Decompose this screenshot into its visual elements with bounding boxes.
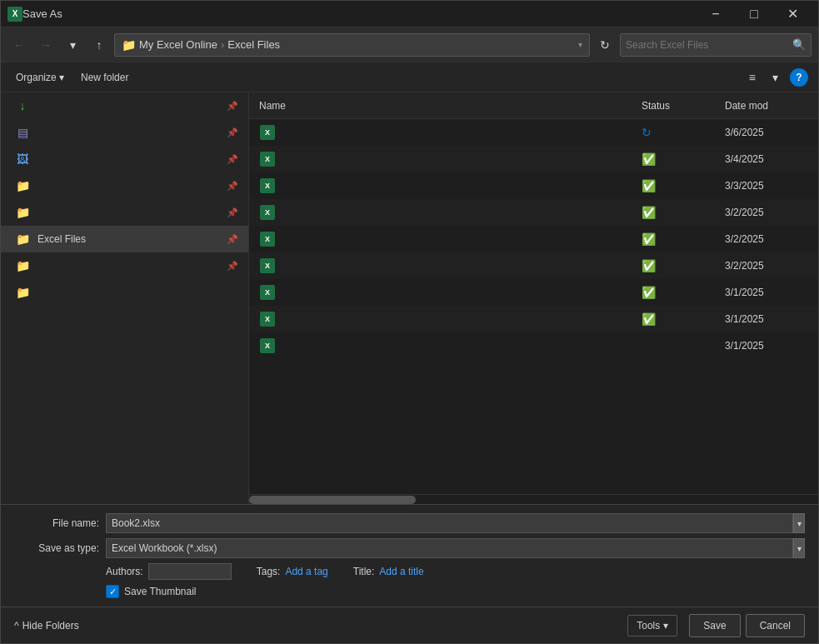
- refresh-button[interactable]: ↻: [593, 33, 617, 57]
- col-date-header[interactable]: Date mod: [725, 100, 808, 112]
- meta-row: Authors: Tags: Add a tag Title: Add a ti…: [14, 563, 805, 580]
- close-button[interactable]: ✕: [773, 1, 812, 27]
- breadcrumb-path2: Excel Files: [227, 38, 280, 51]
- ok-icon: ✅: [642, 152, 656, 166]
- table-row[interactable]: X ✅ 3/4/2025: [249, 146, 818, 172]
- excel-file-icon: X: [259, 231, 276, 247]
- sidebar: ↓ 📌 ▤ 📌 🖼 📌 📁 📌: [1, 92, 249, 504]
- sidebar-label-excelfiles: Excel Files: [37, 233, 227, 245]
- add-tag-link[interactable]: Add a tag: [285, 566, 327, 577]
- window-title: Save As: [22, 7, 697, 20]
- file-status: ↻: [642, 126, 725, 139]
- view-dropdown-button[interactable]: ▾: [767, 67, 783, 87]
- col-name-header[interactable]: Name: [259, 100, 642, 112]
- maximize-button[interactable]: □: [735, 1, 773, 27]
- breadcrumb-path1: My Excel Online: [139, 38, 217, 51]
- table-row[interactable]: X ↻ 3/6/2025: [249, 119, 818, 146]
- table-row[interactable]: X ✅ 3/3/2025: [249, 172, 818, 199]
- excel-file-icon: X: [259, 257, 276, 274]
- ok-icon: ✅: [642, 312, 656, 326]
- chevron-up-icon: ^: [14, 620, 19, 632]
- save-as-dialog: X Save As − □ ✕ ← → ▾ ↑ 📁 My Excel Onlin…: [0, 0, 819, 644]
- back-button[interactable]: ←: [7, 33, 31, 57]
- savetype-label: Save as type:: [14, 542, 106, 554]
- title-field-label: Title:: [353, 566, 375, 577]
- minimize-button[interactable]: −: [697, 1, 735, 27]
- cancel-button[interactable]: Cancel: [746, 614, 805, 637]
- organize-button[interactable]: Organize ▾: [11, 68, 69, 87]
- help-button[interactable]: ?: [790, 68, 808, 87]
- pin-icon-downloads: 📌: [227, 101, 238, 112]
- table-row[interactable]: X ✅ 3/2/2025: [249, 226, 818, 252]
- hide-folders-button[interactable]: ^ Hide Folders: [14, 620, 79, 632]
- pin-icon-docs: 📌: [227, 127, 238, 138]
- view-icon-button[interactable]: ≡: [744, 67, 761, 87]
- breadcrumb-separator1: ›: [221, 38, 224, 51]
- col-status-header[interactable]: Status: [642, 100, 725, 112]
- save-thumbnail-checkbox[interactable]: ✓: [106, 585, 119, 598]
- file-date: 3/6/2025: [725, 127, 808, 138]
- excel-file-icon: X: [259, 177, 276, 194]
- pin-icon-folder2: 📌: [227, 207, 238, 218]
- folder1-icon: 📁: [14, 177, 31, 194]
- bottom-form: File name: ▾ Save as type: ▾ Authors: Ta…: [1, 504, 818, 607]
- file-status: ✅: [642, 206, 725, 219]
- file-list-header: Name Status Date mod: [249, 92, 818, 119]
- file-date: 3/1/2025: [725, 313, 808, 325]
- file-date: 3/2/2025: [725, 260, 808, 272]
- syncing-icon: ↻: [642, 126, 652, 139]
- save-button[interactable]: Save: [689, 614, 740, 637]
- file-status: ✅: [642, 312, 725, 326]
- savetype-dropdown[interactable]: ▾: [793, 538, 805, 558]
- up-button[interactable]: ↑: [87, 33, 111, 57]
- filename-input[interactable]: [106, 513, 793, 533]
- table-row[interactable]: X ✅ 3/2/2025: [249, 252, 818, 279]
- table-row[interactable]: X ✅ 3/1/2025: [249, 306, 818, 332]
- sidebar-item-photos[interactable]: 🖼 📌: [1, 146, 248, 172]
- search-icon: 🔍: [792, 38, 806, 51]
- sidebar-item-folder3[interactable]: 📁 📌: [1, 252, 248, 279]
- tools-label: Tools: [637, 620, 660, 632]
- save-thumbnail-checkbox-wrapper[interactable]: ✓ Save Thumbnail: [106, 585, 197, 598]
- sidebar-item-folder4[interactable]: 📁: [1, 279, 248, 306]
- search-box[interactable]: 🔍: [620, 33, 812, 57]
- ok-icon: ✅: [642, 232, 656, 246]
- savetype-input[interactable]: [106, 538, 793, 558]
- authors-value-box[interactable]: [148, 563, 232, 580]
- search-input[interactable]: [626, 39, 787, 51]
- sidebar-item-folder1[interactable]: 📁 📌: [1, 172, 248, 199]
- tags-label: Tags:: [257, 566, 281, 577]
- tools-button[interactable]: Tools ▾: [627, 615, 677, 637]
- sidebar-item-excelfiles[interactable]: 📁 Excel Files 📌: [1, 226, 248, 252]
- savetype-row: Save as type: ▾: [14, 538, 805, 558]
- photos-icon: 🖼: [14, 151, 31, 167]
- excel-file-icon: X: [259, 337, 276, 354]
- filename-dropdown[interactable]: ▾: [793, 513, 805, 533]
- file-status: ✅: [642, 152, 725, 166]
- ok-icon: ✅: [642, 286, 656, 299]
- sidebar-item-folder2[interactable]: 📁 📌: [1, 199, 248, 226]
- folder3-icon: 📁: [14, 257, 31, 274]
- table-row[interactable]: X ✅ 3/1/2025: [249, 279, 818, 306]
- dropdown-button[interactable]: ▾: [61, 33, 84, 57]
- table-row[interactable]: X ✅ 3/2/2025: [249, 199, 818, 226]
- breadcrumb[interactable]: 📁 My Excel Online › Excel Files ▾: [114, 33, 590, 57]
- forward-button[interactable]: →: [34, 33, 57, 57]
- add-title-link[interactable]: Add a title: [379, 566, 423, 577]
- excelfiles-icon: 📁: [14, 231, 31, 247]
- horizontal-scrollbar[interactable]: [249, 494, 818, 504]
- file-date: 3/3/2025: [725, 180, 808, 192]
- sidebar-item-downloads[interactable]: ↓ 📌: [1, 92, 248, 119]
- new-folder-button[interactable]: New folder: [76, 68, 133, 87]
- save-thumbnail-label: Save Thumbnail: [124, 586, 197, 597]
- authors-label: Authors:: [106, 566, 143, 577]
- sidebar-item-docs[interactable]: ▤ 📌: [1, 119, 248, 146]
- pin-icon-folder3: 📌: [227, 261, 238, 272]
- table-row[interactable]: X 3/1/2025: [249, 332, 818, 359]
- address-bar: ← → ▾ ↑ 📁 My Excel Online › Excel Files …: [1, 27, 818, 62]
- dropdown-arrow-icon: ▾: [797, 519, 802, 528]
- save-thumbnail-row: ✓ Save Thumbnail: [14, 585, 805, 598]
- footer: ^ Hide Folders Tools ▾ Save Cancel: [1, 607, 818, 643]
- download-icon: ↓: [14, 97, 31, 114]
- excel-file-icon: X: [259, 311, 276, 327]
